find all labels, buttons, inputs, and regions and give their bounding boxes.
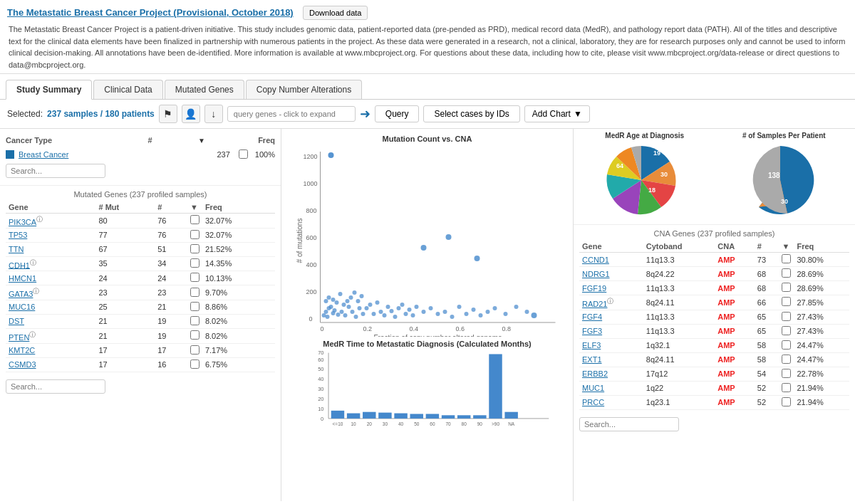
cna-gene-link[interactable]: PRCC [582, 398, 604, 406]
cna-search-input[interactable] [579, 417, 679, 431]
svg-point-50 [400, 303, 405, 307]
gene-checkbox[interactable] [190, 359, 200, 369]
info-icon[interactable]: ⓘ [30, 259, 36, 266]
gene-link[interactable]: HMCN1 [9, 274, 36, 283]
cna-cytoband-col-header: Cytoband [643, 241, 715, 253]
cna-cytoband: 1q23.1 [643, 395, 715, 409]
table-row: CCND1 11q13.3 AMP 73 30.80% [579, 253, 849, 267]
cna-freq: 21.94% [794, 381, 849, 395]
query-genes-input[interactable] [227, 106, 356, 122]
cna-checkbox[interactable] [782, 254, 791, 263]
gene-checkbox[interactable] [190, 244, 200, 253]
gene-link[interactable]: DST [9, 317, 24, 325]
info-icon[interactable]: ⓘ [607, 298, 613, 305]
count-col-header: # [155, 201, 187, 214]
cna-gene-link[interactable]: NDRG1 [582, 270, 610, 278]
sort-icon[interactable]: ▼ [198, 137, 205, 145]
gene-link[interactable]: MUC16 [9, 303, 35, 311]
info-icon[interactable]: ⓘ [33, 288, 39, 295]
cna-cytoband: 1q32.1 [643, 338, 715, 352]
cna-gene-link[interactable]: FGF3 [582, 327, 602, 335]
user-icon[interactable]: 👤 [182, 105, 200, 123]
gene-freq: 7.17% [202, 343, 275, 357]
gene-link[interactable]: TTN [9, 245, 24, 253]
genes-search-input[interactable] [6, 379, 105, 394]
gene-checkbox[interactable] [190, 273, 200, 282]
hash-col-header: # [148, 136, 152, 145]
sort-col-header[interactable]: ▼ [187, 201, 202, 214]
cna-gene-link[interactable]: FGF4 [582, 313, 602, 321]
tab-bar: Study Summary Clinical Data Mutated Gene… [0, 80, 855, 100]
cna-checkbox[interactable] [782, 283, 791, 292]
add-chart-button[interactable]: Add Chart ▼ [524, 105, 590, 122]
gene-freq: 6.75% [202, 357, 275, 372]
tab-copy-number[interactable]: Copy Number Alterations [246, 80, 362, 99]
scatter-svg: # of mutations 0 200 400 600 800 1000 12… [284, 145, 570, 337]
cna-checkbox[interactable] [782, 268, 791, 278]
cna-gene-link[interactable]: MUC1 [582, 384, 604, 392]
genes-table-header-row: Gene # Mut # ▼ Freq [6, 201, 275, 214]
cna-checkbox[interactable] [782, 355, 791, 364]
cna-sort-col-header[interactable]: ▼ [779, 241, 794, 253]
cancer-type-name[interactable]: Breast Cancer [19, 150, 197, 159]
gene-checkbox[interactable] [190, 258, 200, 268]
query-arrow-icon[interactable]: ➜ [360, 106, 370, 122]
gene-link[interactable]: PIK3CA [9, 218, 36, 226]
cancer-type-freq: 100% [255, 150, 275, 159]
cna-gene-link[interactable]: EXT1 [582, 355, 602, 364]
gene-checkbox[interactable] [190, 345, 200, 355]
svg-text:18: 18 [648, 187, 656, 194]
study-title[interactable]: The Metastatic Breast Cancer Project (Pr… [7, 7, 294, 18]
gene-mut-count: 35 [95, 256, 155, 271]
download-icon[interactable]: ↓ [204, 105, 223, 123]
gene-checkbox[interactable] [190, 302, 200, 311]
download-button[interactable]: Download data [303, 6, 368, 20]
tab-mutated-genes[interactable]: Mutated Genes [165, 80, 244, 99]
gene-link[interactable]: KMT2C [9, 346, 35, 355]
svg-point-73 [532, 313, 537, 318]
gene-link[interactable]: CSMD3 [9, 360, 36, 369]
gene-link[interactable]: GATA3 [9, 290, 33, 298]
cna-checkbox[interactable] [782, 297, 791, 306]
cna-checkbox[interactable] [782, 326, 791, 335]
cna-checkbox[interactable] [782, 312, 791, 321]
gene-checkbox[interactable] [190, 230, 200, 239]
gene-checkbox[interactable] [190, 330, 200, 340]
cna-checkbox[interactable] [782, 369, 791, 378]
left-panel: Cancer Type # ▼ Freq Breast Cancer 237 1… [0, 129, 281, 501]
query-button[interactable]: Query [375, 105, 420, 122]
svg-point-61 [465, 312, 469, 316]
svg-text:70: 70 [445, 421, 451, 426]
svg-point-60 [457, 305, 462, 309]
cna-gene-link[interactable]: FGF19 [582, 284, 606, 293]
svg-text:60: 60 [430, 421, 435, 426]
gene-link[interactable]: PTEN [9, 333, 29, 342]
tab-clinical-data[interactable]: Clinical Data [93, 80, 162, 99]
bookmark-icon[interactable]: ⚑ [159, 105, 177, 123]
cna-gene-link[interactable]: RAD21 [582, 300, 607, 308]
svg-rect-91 [426, 414, 439, 418]
tab-study-summary[interactable]: Study Summary [6, 80, 92, 100]
cna-checkbox[interactable] [782, 397, 791, 406]
cancer-type-checkbox[interactable] [239, 149, 248, 159]
cancer-search-input[interactable] [6, 164, 105, 178]
gene-checkbox[interactable] [190, 316, 200, 325]
info-icon[interactable]: ⓘ [29, 331, 36, 338]
gene-checkbox[interactable] [190, 288, 200, 297]
cna-count: 65 [755, 310, 779, 324]
select-cases-button[interactable]: Select cases by IDs [423, 105, 519, 122]
gene-link[interactable]: CDH1 [9, 261, 30, 269]
cna-checkbox[interactable] [782, 340, 791, 350]
cna-count-col-header: # [755, 241, 779, 253]
cna-gene-link[interactable]: CCND1 [582, 256, 609, 264]
cna-gene-link[interactable]: ERBB2 [582, 369, 608, 378]
gene-link[interactable]: TP53 [9, 231, 27, 239]
header: The Metastatic Breast Cancer Project (Pr… [0, 0, 855, 74]
cna-gene-link[interactable]: ELF3 [582, 341, 601, 350]
table-row: CDH1ⓘ 35 34 14.35% [6, 256, 275, 271]
cna-checkbox[interactable] [782, 383, 791, 392]
gene-checkbox[interactable] [190, 215, 200, 224]
svg-point-46 [386, 305, 390, 309]
info-icon[interactable]: ⓘ [36, 216, 43, 223]
mut-col-header: # Mut [95, 201, 155, 214]
